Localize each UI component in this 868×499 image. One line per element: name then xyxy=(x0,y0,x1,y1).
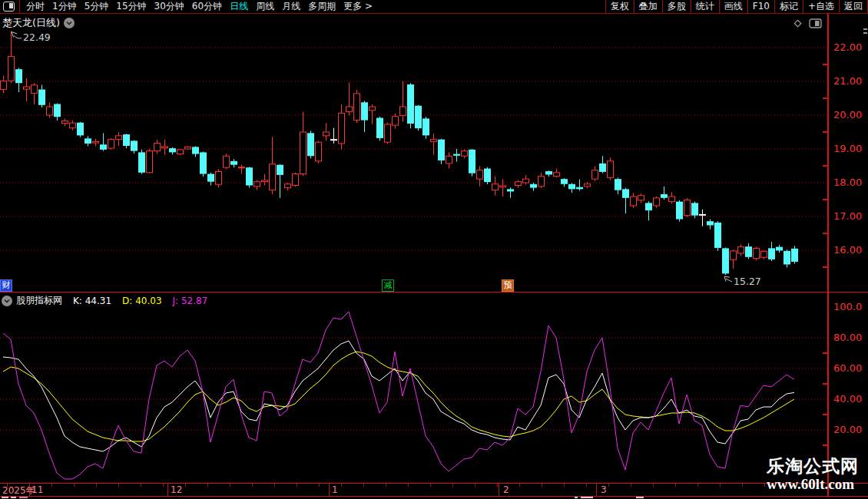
month-divider xyxy=(596,484,597,496)
price-tick-label: 19.00 xyxy=(833,144,862,154)
watermark: 乐淘公式网 www.60lt.com xyxy=(767,456,859,492)
price-tick-label: 21.00 xyxy=(833,76,862,87)
date-minor-tick xyxy=(252,484,253,487)
date-minor-tick xyxy=(230,484,230,487)
date-minor-tick xyxy=(675,484,676,487)
indicator-name: 股朋指标网 xyxy=(16,294,62,307)
indicator-tick-label: 60.00 xyxy=(833,363,862,374)
window-panel-icon[interactable] xyxy=(3,2,15,12)
split-window-icon[interactable] xyxy=(809,18,822,28)
date-label: 3 xyxy=(601,484,607,495)
right-axis-line xyxy=(827,14,829,496)
toolbar-period-0[interactable]: 分时 xyxy=(26,0,45,13)
d-value-label: D: 40.03 xyxy=(122,296,161,306)
date-minor-tick xyxy=(118,484,119,487)
month-divider xyxy=(499,484,499,496)
date-minor-tick xyxy=(274,484,275,487)
date-minor-tick xyxy=(74,484,75,487)
date-minor-tick xyxy=(653,484,654,487)
main-chart-panel: 22.4915.27 楚天龙(日线) 22.0021.0020.0019.001… xyxy=(0,14,868,292)
candlestick-canvas[interactable]: 22.4915.27 xyxy=(0,14,868,292)
date-label: 1 xyxy=(332,484,338,495)
date-minor-tick xyxy=(408,484,409,487)
toolbar-period-8[interactable]: 月线 xyxy=(282,0,300,13)
k-value-label: K: 44.31 xyxy=(73,296,111,306)
toolbar-period-1[interactable]: 1分钟 xyxy=(52,0,77,13)
indicator-tick-label: 20.00 xyxy=(833,425,862,435)
price-tick-label: 18.00 xyxy=(833,177,862,188)
price-tick-label: 20.00 xyxy=(833,110,862,121)
period-menu: 分时1分钟5分钟15分钟30分钟60分钟日线周线月线多周期更多 > xyxy=(0,0,380,13)
date-minor-tick xyxy=(720,484,721,487)
tool-menu: 复权叠加多股统计画线F10标记+自选返回 xyxy=(606,0,868,13)
watermark-url: www.60lt.com xyxy=(767,476,859,492)
date-minor-tick xyxy=(297,484,297,487)
month-divider xyxy=(167,484,168,496)
price-tick-label: 22.00 xyxy=(833,42,862,53)
panel-divider[interactable] xyxy=(0,292,868,292)
stock-trading-app: { "toolbar": { "left_items": [ {"label":… xyxy=(0,0,868,499)
date-minor-tick xyxy=(185,484,186,487)
toolbar-tool-0[interactable]: 复权 xyxy=(605,0,634,13)
date-minor-tick xyxy=(742,484,743,487)
date-minor-tick xyxy=(475,484,475,487)
diamond-icon[interactable] xyxy=(793,18,803,28)
date-label: 2025年 xyxy=(2,484,35,497)
date-label: 2 xyxy=(503,484,509,495)
date-minor-tick xyxy=(452,484,453,487)
toolbar-tool-7[interactable]: +自选 xyxy=(803,0,840,13)
date-minor-tick xyxy=(96,484,97,487)
toolbar-period-6[interactable]: 日线 xyxy=(230,0,248,13)
event-marker-减[interactable]: 减 xyxy=(382,279,394,292)
kdj-canvas[interactable] xyxy=(0,292,868,483)
date-label: 11 xyxy=(31,484,43,495)
month-divider xyxy=(329,484,330,496)
high-price-annotation: 22.49 xyxy=(23,31,51,43)
indicator-tick-label: 100.0 xyxy=(833,302,862,312)
indicator-tick-label: 40.00 xyxy=(833,394,862,405)
event-marker-预[interactable]: 预 xyxy=(502,279,514,292)
toolbar-period-3[interactable]: 15分钟 xyxy=(116,0,146,13)
date-minor-tick xyxy=(207,484,208,487)
date-minor-tick xyxy=(430,484,431,487)
date-minor-tick xyxy=(386,484,386,487)
date-minor-tick xyxy=(519,484,520,487)
top-toolbar: 分时1分钟5分钟15分钟30分钟60分钟日线周线月线多周期更多 > 复权叠加多股… xyxy=(0,0,868,14)
date-minor-tick xyxy=(51,484,52,487)
toolbar-period-5[interactable]: 60分钟 xyxy=(192,0,222,13)
watermark-site-name: 乐淘公式网 xyxy=(767,456,859,476)
date-minor-tick xyxy=(697,484,698,487)
toolbar-tool-3[interactable]: 统计 xyxy=(691,0,720,13)
date-minor-tick xyxy=(319,484,320,487)
toolbar-period-2[interactable]: 5分钟 xyxy=(84,0,109,13)
date-minor-tick xyxy=(631,484,631,487)
j-value-label: J: 52.87 xyxy=(173,296,208,306)
toolbar-tool-6[interactable]: 标记 xyxy=(774,0,803,13)
date-minor-tick xyxy=(363,484,364,487)
price-tick-label: 16.00 xyxy=(833,245,862,256)
toolbar-tool-2[interactable]: 多股 xyxy=(662,0,691,13)
date-minor-tick xyxy=(764,484,765,487)
date-minor-tick xyxy=(497,484,498,487)
event-marker-财[interactable]: 财 xyxy=(0,279,12,292)
date-minor-tick xyxy=(608,484,609,487)
low-price-annotation: 15.27 xyxy=(734,276,761,287)
toolbar-tool-5[interactable]: F10 xyxy=(747,0,775,13)
toolbar-tool-8[interactable]: 返回 xyxy=(839,0,868,13)
date-minor-tick xyxy=(586,484,587,487)
stock-title: 楚天龙(日线) xyxy=(2,16,60,30)
toolbar-period-10[interactable]: 更多 > xyxy=(343,0,373,13)
window-edge-mark xyxy=(863,32,867,34)
toolbar-period-9[interactable]: 多周期 xyxy=(308,0,336,13)
toolbar-divider xyxy=(19,0,20,13)
collapse-chevron-icon[interactable] xyxy=(64,18,75,28)
date-minor-tick xyxy=(341,484,342,487)
collapse-chevron-icon[interactable] xyxy=(2,296,12,306)
date-minor-tick xyxy=(163,484,164,487)
price-tick-label: 17.00 xyxy=(833,211,862,222)
toolbar-tool-1[interactable]: 叠加 xyxy=(634,0,663,13)
toolbar-period-4[interactable]: 30分钟 xyxy=(154,0,184,13)
toolbar-period-7[interactable]: 周线 xyxy=(256,0,274,13)
date-minor-tick xyxy=(564,484,565,487)
toolbar-tool-4[interactable]: 画线 xyxy=(719,0,748,13)
